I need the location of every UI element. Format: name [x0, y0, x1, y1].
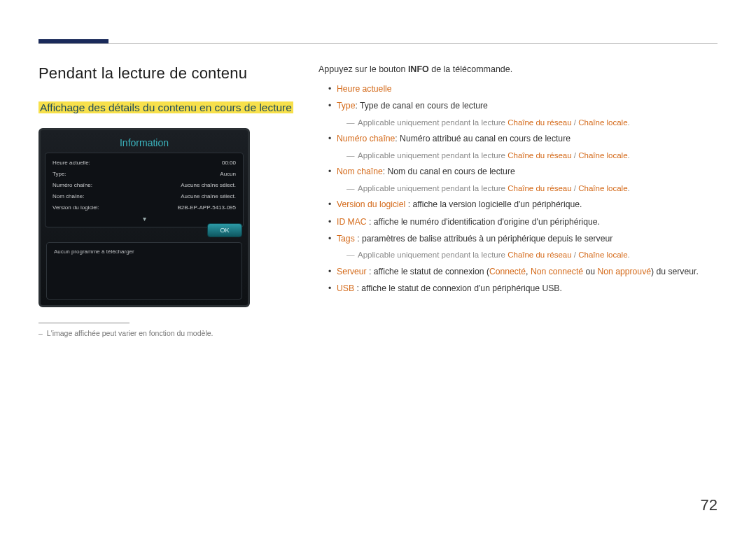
info-row: Type:Aucun	[52, 169, 236, 180]
device-panel-title: Information	[45, 134, 244, 153]
download-status-box: Aucun programme à télécharger	[46, 242, 242, 300]
list-item: Nom chaîne: Nom du canal en cours de lec…	[328, 165, 718, 178]
list-item: Heure actuelle	[328, 83, 718, 95]
list-item: Numéro chaîne: Numéro attribué au canal …	[328, 132, 718, 145]
page-title: Pendant la lecture de contenu	[38, 64, 299, 83]
list-item: ID MAC : affiche le numéro d'identificat…	[328, 216, 718, 228]
intro-instruction: Appuyez sur le bouton INFO de la télécom…	[318, 64, 718, 74]
info-row: Numéro chaîne:Aucune chaîne sélect.	[52, 180, 236, 191]
chevron-down-icon: ▾	[52, 213, 236, 223]
list-item: Version du logiciel : affiche la version…	[328, 198, 718, 211]
footnote: –L'image affichée peut varier en fonctio…	[38, 329, 299, 337]
sub-note: Applicable uniquement pendant la lecture…	[346, 249, 718, 261]
download-message: Aucun programme à télécharger	[54, 248, 234, 255]
sub-note: Applicable uniquement pendant la lecture…	[346, 117, 718, 129]
footnote-rule	[38, 323, 130, 323]
section-subheading: Affichage des détails du contenu en cour…	[38, 101, 299, 115]
details-list: Heure actuelle Type: Type de canal en co…	[328, 83, 718, 295]
device-info-panel: Information Heure actuelle:00:00 Type:Au…	[38, 128, 250, 307]
list-item: Type: Type de canal en cours de lecture	[328, 99, 718, 112]
info-row: Heure actuelle:00:00	[52, 157, 236, 169]
page-number: 72	[701, 496, 718, 514]
sub-note: Applicable uniquement pendant la lecture…	[346, 183, 718, 195]
header-rule	[38, 43, 718, 44]
list-item: Tags : paramètres de balise attribués à …	[328, 232, 718, 245]
ok-button[interactable]: OK	[207, 223, 242, 237]
sub-note: Applicable uniquement pendant la lecture…	[346, 150, 718, 162]
list-item: USB : affiche le statut de connexion d'u…	[328, 282, 718, 295]
info-row: Nom chaîne:Aucune chaîne sélect.	[52, 191, 236, 202]
info-row: Version du logiciel:B2B-EP-APP-5413-095	[52, 202, 236, 213]
device-info-box: Heure actuelle:00:00 Type:Aucun Numéro c…	[45, 153, 244, 227]
list-item: Serveur : affiche le statut de connexion…	[328, 265, 718, 278]
